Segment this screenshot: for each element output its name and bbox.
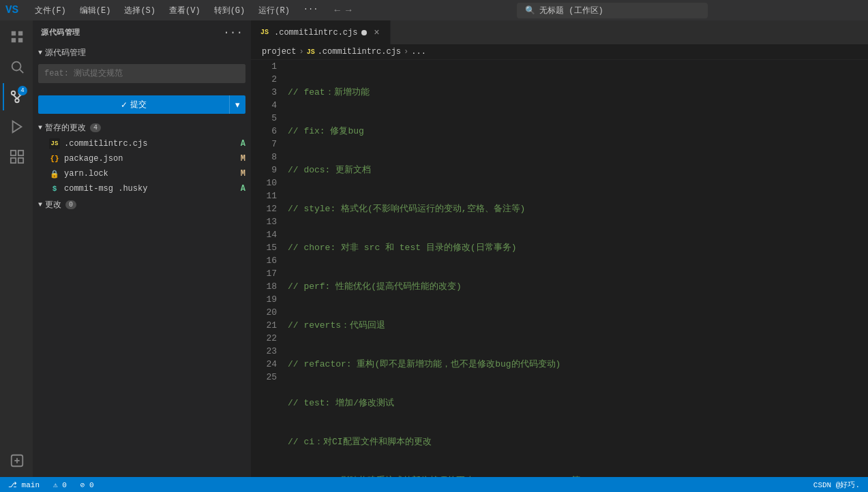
changes-label: ▼ 更改 0 <box>38 199 76 211</box>
svg-rect-3 <box>18 38 23 42</box>
global-search-box[interactable]: 🔍 无标题 (工作区) <box>517 3 708 18</box>
menu-view[interactable]: 查看(V) <box>164 3 206 18</box>
sidebar-title: 源代码管理 <box>41 27 80 37</box>
menu-edit[interactable]: 编辑(E) <box>74 3 117 18</box>
breadcrumb-sep-2: › <box>404 47 408 57</box>
status-bar: ⎇ main ⚠ 0 ⊘ 0 CSDN @好巧. <box>0 477 868 492</box>
scm-section-header[interactable]: ▼ 源代码管理 <box>33 44 251 61</box>
breadcrumb-js-badge: JS <box>307 48 315 56</box>
title-search-area: 🔍 无标题 (工作区) <box>362 3 863 18</box>
status-branch[interactable]: ⎇ main <box>5 480 42 489</box>
status-errors[interactable]: ⊘ 0 <box>78 480 97 489</box>
menu-more[interactable]: ··· <box>298 3 324 18</box>
svg-rect-2 <box>12 38 16 42</box>
sidebar-more-actions[interactable]: ··· <box>223 27 243 39</box>
changes-section-header[interactable]: ▼ 更改 0 <box>33 196 251 213</box>
chevron-down-icon: ▼ <box>38 124 42 132</box>
svg-rect-1 <box>18 31 23 35</box>
staged-changes-header[interactable]: ▼ 暂存的更改 4 <box>33 119 251 136</box>
status-warnings[interactable]: ⚠ 0 <box>50 480 70 489</box>
menu-goto[interactable]: 转到(G) <box>209 3 251 18</box>
activity-bar: 4 <box>0 20 33 477</box>
activity-run[interactable] <box>3 113 30 140</box>
tab-commitlintrc[interactable]: JS .commitlintrc.cjs × <box>251 20 391 44</box>
scm-section-label: 源代码管理 <box>45 47 86 59</box>
commit-label: 提交 <box>130 99 147 110</box>
checkmark-icon: ✓ <box>121 100 128 110</box>
file-name-commitlintrc: .commitlintrc.cjs <box>64 139 235 149</box>
title-nav: ← → <box>334 5 351 16</box>
staged-file-commitlintrc[interactable]: JS .commitlintrc.cjs A <box>33 136 251 151</box>
js-file-icon: JS <box>49 138 60 149</box>
breadcrumb-file[interactable]: .commitlintrc.cjs <box>318 47 401 57</box>
search-icon: 🔍 <box>525 5 535 16</box>
staged-file-commit-msg[interactable]: $ commit-msg .husky A <box>33 181 251 196</box>
file-name-commit-msg: commit-msg .husky <box>64 184 235 194</box>
file-name-package: package.json <box>64 154 235 164</box>
svg-point-6 <box>12 91 16 95</box>
line-numbers: 12345 678910 1112131415 1617181920 21222… <box>251 60 285 477</box>
status-left: ⎇ main ⚠ 0 ⊘ 0 <box>5 480 97 489</box>
status-right: CSDN @好巧. <box>811 480 863 490</box>
changes-count-badge: 0 <box>65 200 76 209</box>
breadcrumb-project[interactable]: project <box>262 47 296 57</box>
svg-rect-14 <box>11 158 16 163</box>
breadcrumb-ellipsis[interactable]: ... <box>411 47 426 57</box>
code-content: // feat：新增功能 // fix: 修复bug // docs: 更新文档… <box>285 60 868 477</box>
tab-label: .commitlintrc.cjs <box>274 28 357 37</box>
staged-file-package[interactable]: {} package.json M <box>33 151 251 166</box>
file-status-commitlintrc: A <box>241 139 245 149</box>
main-layout: 4 源代码管理 ··· ▼ 源代码管理 ✓ 提交 <box>0 20 868 477</box>
activity-remote[interactable] <box>3 447 30 474</box>
file-status-commit-msg: A <box>241 184 245 194</box>
chevron-right-icon: ▼ <box>38 201 42 209</box>
svg-rect-15 <box>18 158 23 163</box>
tab-modified-dot <box>361 30 367 35</box>
tab-bar: JS .commitlintrc.cjs × <box>251 20 868 44</box>
activity-source-control[interactable]: 4 <box>3 83 30 110</box>
menu-file[interactable]: 文件(F) <box>29 3 72 18</box>
nav-back[interactable]: ← <box>334 5 340 16</box>
menu-bar: 文件(F) 编辑(E) 选择(S) 查看(V) 转到(G) 运行(R) ··· <box>29 3 323 18</box>
commit-input-area <box>33 61 251 91</box>
activity-explorer[interactable] <box>3 23 30 50</box>
activity-extensions[interactable] <box>3 143 30 170</box>
nav-forward[interactable]: → <box>346 5 351 16</box>
file-status-package: M <box>241 154 245 164</box>
husky-file-icon: $ <box>49 183 60 194</box>
menu-select[interactable]: 选择(S) <box>119 3 161 18</box>
svg-point-4 <box>12 62 21 71</box>
svg-rect-0 <box>12 31 16 35</box>
status-watermark: CSDN @好巧. <box>811 480 863 490</box>
staged-label: ▼ 暂存的更改 4 <box>38 122 101 134</box>
activity-search[interactable] <box>3 53 30 80</box>
tab-close-button[interactable]: × <box>371 27 382 38</box>
vscode-logo: VS <box>5 4 18 16</box>
lock-file-icon: 🔒 <box>49 168 60 179</box>
staged-count-badge: 4 <box>90 123 101 132</box>
changes-text: 更改 <box>45 199 61 211</box>
svg-line-10 <box>17 95 21 99</box>
search-placeholder: 无标题 (工作区) <box>539 5 603 16</box>
svg-line-5 <box>20 70 23 73</box>
scm-badge: 4 <box>18 86 27 95</box>
editor-area: JS .commitlintrc.cjs × project › JS .com… <box>251 20 868 477</box>
staged-file-yarn[interactable]: 🔒 yarn.lock M <box>33 166 251 181</box>
svg-marker-11 <box>13 121 22 133</box>
json-file-icon: {} <box>49 153 60 164</box>
svg-rect-12 <box>11 151 16 155</box>
commit-message-input[interactable] <box>38 64 245 83</box>
svg-point-8 <box>15 99 19 103</box>
title-bar: VS 文件(F) 编辑(E) 选择(S) 查看(V) 转到(G) 运行(R) ·… <box>0 0 868 20</box>
svg-rect-13 <box>18 151 23 155</box>
commit-button[interactable]: ✓ 提交 <box>38 95 229 114</box>
chevron-down-icon: ▼ <box>38 49 42 57</box>
breadcrumb: project › JS .commitlintrc.cjs › ... <box>251 44 868 60</box>
sidebar-header: 源代码管理 ··· <box>33 20 251 44</box>
commit-dropdown-button[interactable]: ▾ <box>229 95 245 114</box>
file-status-yarn: M <box>241 169 245 179</box>
svg-line-9 <box>14 95 18 99</box>
breadcrumb-sep-1: › <box>299 47 303 57</box>
menu-run[interactable]: 运行(R) <box>253 3 295 18</box>
code-editor[interactable]: 12345 678910 1112131415 1617181920 21222… <box>251 60 868 477</box>
